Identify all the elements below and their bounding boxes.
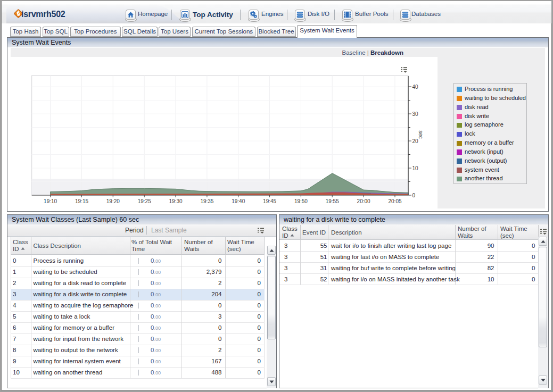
svg-text:0: 0 bbox=[412, 193, 416, 198]
svg-text:19:35: 19:35 bbox=[200, 198, 213, 204]
svg-text:19:30: 19:30 bbox=[169, 198, 182, 204]
svg-text:19:10: 19:10 bbox=[44, 198, 57, 204]
svg-text:19:55: 19:55 bbox=[326, 198, 339, 204]
svg-text:20: 20 bbox=[412, 138, 419, 144]
svg-text:19:40: 19:40 bbox=[232, 198, 245, 204]
svg-text:19:50: 19:50 bbox=[294, 198, 308, 204]
svg-text:sec: sec bbox=[418, 130, 424, 139]
svg-text:20:05: 20:05 bbox=[388, 198, 401, 204]
svg-text:20:00: 20:00 bbox=[357, 198, 370, 204]
svg-text:19:45: 19:45 bbox=[263, 198, 276, 204]
svg-text:30: 30 bbox=[412, 111, 419, 117]
svg-text:19:20: 19:20 bbox=[106, 198, 120, 204]
svg-text:19:15: 19:15 bbox=[75, 198, 88, 204]
svg-text:19:25: 19:25 bbox=[138, 198, 151, 204]
svg-text:10: 10 bbox=[412, 165, 419, 171]
svg-text:40: 40 bbox=[412, 84, 419, 90]
